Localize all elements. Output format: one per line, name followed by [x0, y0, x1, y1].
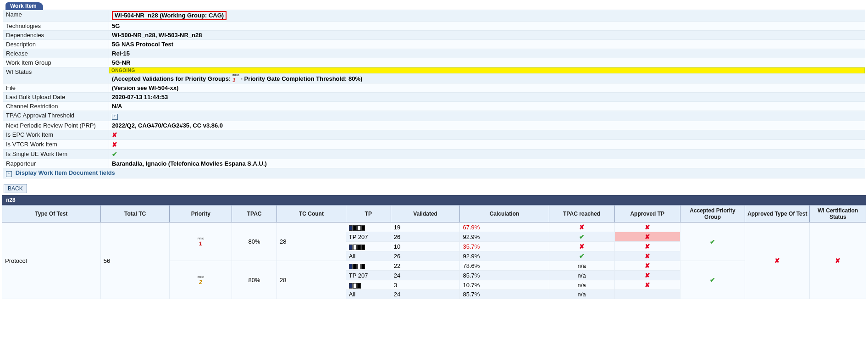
tp-platform-icons [349, 283, 361, 288]
check-icon: ✔ [579, 252, 585, 260]
cell-accepted-prio-group: ✔ [680, 261, 745, 299]
cell-validated: 24 [391, 290, 460, 299]
x-icon: ✘ [645, 233, 650, 240]
cell-priority: PRIO1 [170, 222, 232, 261]
cell-tpac-reached: n/a [549, 290, 614, 299]
label-is-vtcr: Is VTCR Work Item [3, 140, 109, 150]
label-prp: Next Periodic Review Point (PRP) [3, 121, 109, 130]
tp-platform-icons [349, 225, 365, 230]
cell-tpac-reached: n/a [549, 280, 614, 290]
cell-tc-count: 28 [277, 222, 346, 261]
cell-tp: TP 207 [346, 271, 391, 280]
cell-calculation: 92.9% [460, 251, 549, 261]
label-is-epc: Is EPC Work Item [3, 130, 109, 140]
value-channel-restriction: N/A [109, 102, 865, 111]
check-icon: ✔ [579, 233, 585, 240]
col-type-of-test[interactable]: Type Of Test [2, 206, 101, 222]
cell-tpac-reached: ✘ [549, 222, 614, 232]
cell-tpac: 80% [232, 222, 277, 261]
value-tpac-threshold: + [109, 111, 865, 121]
x-icon: ✘ [579, 243, 585, 250]
value-is-epc: ✘ [109, 130, 865, 140]
cell-approved-tp: ✘ [614, 232, 680, 242]
col-tpac-reached[interactable]: TPAC reached [549, 206, 614, 222]
x-icon: ✘ [835, 257, 840, 264]
name-highlight-box: WI-504-NR_n28 (Working Group: CAG) [112, 11, 227, 20]
label-wi-group: Work Item Group [3, 58, 109, 67]
col-wi-cert-status[interactable]: WI Certification Status [810, 206, 866, 222]
label-name: Name [3, 10, 109, 22]
status-ongoing-badge: ONGOING [109, 67, 865, 73]
cell-tp [346, 222, 391, 232]
expand-icon[interactable]: + [6, 171, 12, 177]
back-button[interactable]: BACK [4, 184, 27, 193]
col-priority[interactable]: Priority [170, 206, 232, 222]
label-last-bulk: Last Bulk Upload Date [3, 93, 109, 102]
cell-validated: 10 [391, 242, 460, 251]
value-file: (Version see WI-504-xx) [109, 83, 865, 93]
label-file: File [3, 83, 109, 93]
check-icon: ✔ [710, 238, 715, 245]
label-release: Release [3, 49, 109, 58]
display-link-text: Display Work Item Document fields [16, 169, 115, 176]
col-tpac[interactable]: TPAC [232, 206, 277, 222]
col-approved-tp[interactable]: Approved TP [614, 206, 680, 222]
x-icon: ✘ [645, 243, 650, 250]
cell-calculation: 85.7% [460, 290, 549, 299]
col-accepted-prio-group[interactable]: Accepted Priority Group [680, 206, 745, 222]
x-icon: ✘ [645, 252, 650, 260]
cell-tp: All [346, 290, 391, 299]
cell-tp: All [346, 251, 391, 261]
col-calculation[interactable]: Calculation [460, 206, 549, 222]
x-icon: ✘ [112, 141, 117, 148]
display-work-item-fields-link[interactable]: + Display Work Item Document fields [3, 168, 865, 178]
x-icon: ✘ [645, 223, 650, 231]
col-tc-count[interactable]: TC Count [277, 206, 346, 222]
col-approved-tot[interactable]: Approved Type Of Test [745, 206, 810, 222]
criteria-header-row: Type Of Test Total TC Priority TPAC TC C… [2, 206, 866, 222]
status-note-b: - Priority Gate Completion Threshold: 80… [241, 75, 363, 82]
cell-validated: 19 [391, 222, 460, 232]
cell-tp [346, 280, 391, 290]
x-icon: ✘ [645, 272, 650, 279]
expand-icon[interactable]: + [112, 114, 118, 120]
cell-approved-tp [614, 290, 680, 299]
cell-tpac: 80% [232, 261, 277, 299]
name-text: WI-504-NR_n28 (Working Group: CAG) [115, 12, 224, 19]
cell-validated: 3 [391, 280, 460, 290]
value-technologies: 5G [109, 22, 865, 31]
cell-validated: 26 [391, 232, 460, 242]
cell-tpac-reached: ✔ [549, 232, 614, 242]
value-rapporteur: Barandalla, Ignacio (Telefonica Moviles … [109, 159, 865, 168]
value-prp: 2022/Q2, CAG#70/CAG2#35, CC v3.86.0 [109, 121, 865, 130]
cell-type-of-test: Protocol [2, 222, 101, 299]
cell-tc-count: 28 [277, 261, 346, 299]
label-technologies: Technologies [3, 22, 109, 31]
cell-tpac-reached: ✘ [549, 242, 614, 251]
col-validated[interactable]: Validated [391, 206, 460, 222]
priority-2-icon: PRIO2 [198, 276, 204, 283]
cell-tp: TP 207 [346, 232, 391, 242]
cell-tpac-reached: ✔ [549, 251, 614, 261]
check-icon: ✔ [710, 276, 715, 284]
value-wi-group: 5G-NR [109, 58, 865, 67]
criteria-table: Type Of Test Total TC Priority TPAC TC C… [2, 205, 866, 299]
cell-accepted-prio-group: ✔ [680, 222, 745, 261]
cell-tp [346, 261, 391, 271]
col-total-tc[interactable]: Total TC [100, 206, 170, 222]
col-tp[interactable]: TP [346, 206, 391, 222]
cell-priority: PRIO2 [170, 261, 232, 299]
x-icon: ✘ [579, 223, 585, 231]
cell-total-tc: 56 [100, 222, 170, 299]
cell-validated: 22 [391, 261, 460, 271]
value-name: WI-504-NR_n28 (Working Group: CAG) [109, 10, 865, 22]
priority-1-icon: PRIO1 [198, 238, 204, 244]
cell-approved-tp: ✘ [614, 242, 680, 251]
cell-approved-tp: ✘ [614, 280, 680, 290]
cell-wi-cert-status: ✘ [810, 222, 866, 299]
cell-calculation: 78.6% [460, 261, 549, 271]
cell-approved-tp: ✘ [614, 271, 680, 280]
cell-calculation: 35.7% [460, 242, 549, 251]
cell-tpac-reached: n/a [549, 271, 614, 280]
cell-approved-tp: ✘ [614, 251, 680, 261]
